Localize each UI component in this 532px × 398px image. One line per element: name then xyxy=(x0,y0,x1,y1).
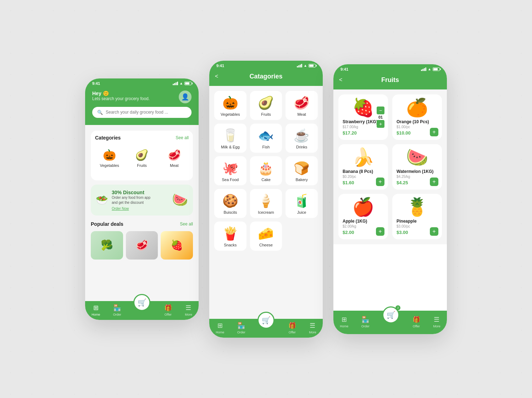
cat-bakery-icon: 🍞 xyxy=(294,162,310,175)
pineapple-image: 🍍 xyxy=(397,198,438,216)
nav-offer-1[interactable]: 🎁 Offer xyxy=(164,304,172,316)
offer-icon-3: 🎁 xyxy=(412,316,420,323)
fruit-card-strawberry: 🍓 Strawberry (1KG) $17.00/kg $17.20 − 01… xyxy=(338,94,388,140)
avatar[interactable]: 👤 xyxy=(179,91,192,103)
phone-categories: 9:41 ▲ < Catagories 🎃 Vegetables xyxy=(209,61,323,338)
cat-biscuits[interactable]: 🍪 Buiscits xyxy=(214,189,246,218)
cat-biscuits-label: Buiscits xyxy=(223,210,237,214)
nav-order-2[interactable]: 🏪 Order xyxy=(237,322,245,334)
qty-minus-btn[interactable]: − xyxy=(377,107,384,114)
apple-name: Apple (1KG) xyxy=(343,219,384,224)
nav-cart-spacer-3: 🛒 2 xyxy=(382,314,399,331)
qty-plus-btn[interactable]: + xyxy=(377,120,384,128)
cat-icecream[interactable]: 🍦 Icecream xyxy=(250,189,282,218)
cat-cheese[interactable]: 🧀 Cheese xyxy=(250,222,282,251)
cat-seafood[interactable]: 🐙 Sea Food xyxy=(214,156,246,185)
cat-meat[interactable]: 🥩 Meat xyxy=(286,91,318,120)
add-orange-button[interactable]: + xyxy=(430,128,438,136)
cat-icecream-icon: 🍦 xyxy=(258,195,274,207)
offer-icon-2: 🎁 xyxy=(288,322,296,329)
nav-order-label: Order xyxy=(113,313,121,316)
battery-icon-3 xyxy=(433,67,440,71)
add-pineapple-button[interactable]: + xyxy=(430,227,438,236)
nav-order-label-3: Order xyxy=(361,325,370,328)
bottom-nav-3: ⊞ Home 🏪 Order 🛒 2 🎁 Offer ☰ More xyxy=(333,311,447,334)
bottom-nav-1: ⊞ Home 🏪 Order 🛒 🎁 Offer ☰ More xyxy=(85,301,199,320)
categories-see-all[interactable]: See all xyxy=(176,135,189,140)
pineapple-name: Pineapple xyxy=(397,219,438,224)
order-now-button[interactable]: Order Now xyxy=(112,207,129,211)
fruit-label: Fruits xyxy=(137,163,147,168)
back-button-2[interactable]: < xyxy=(215,73,218,80)
deal-fruits[interactable]: 🍓 xyxy=(161,231,193,260)
nav-cart-bubble-3[interactable]: 🛒 2 xyxy=(382,306,399,323)
add-banana-button[interactable]: + xyxy=(376,178,384,186)
offer-icon: 🎁 xyxy=(164,304,172,312)
cat-fish[interactable]: 🐟 Fish xyxy=(250,124,282,153)
category-card-fruits[interactable]: 🥑 Fruits xyxy=(127,145,156,170)
status-icons-2: ▲ xyxy=(297,64,316,67)
nav-more-label-2: More xyxy=(309,331,316,334)
categories-grid: 🎃 Vegetables 🥑 Fruits 🥩 Meat 🥛 Milk & Eg… xyxy=(209,86,323,256)
cat-drinks-icon: ☕ xyxy=(294,129,310,142)
deals-title: Popular deals xyxy=(91,221,123,227)
discount-right-icon: 🍉 xyxy=(172,192,188,207)
cat-bakery[interactable]: 🍞 Bakery xyxy=(286,156,318,185)
nav-home-label: Home xyxy=(92,313,100,316)
search-bar[interactable]: 🔍 xyxy=(92,107,192,118)
add-watermelon-button[interactable]: + xyxy=(430,178,438,186)
phone-home: 9:41 ▲ Hey 🙂 Lets search your grocery fo… xyxy=(85,78,199,320)
cat-cake[interactable]: 🎂 Cake xyxy=(250,156,282,185)
cat-juice[interactable]: 🧃 Juice xyxy=(286,189,318,218)
nav-cart-bubble-1[interactable]: 🛒 xyxy=(133,294,150,311)
nav-home-3[interactable]: ⊞ Home xyxy=(340,316,348,328)
category-card-meat[interactable]: 🥩 Meat xyxy=(160,145,189,170)
nav-order-1[interactable]: 🏪 Order xyxy=(113,304,121,316)
deal-meat[interactable]: 🥩 xyxy=(126,231,158,260)
cat-drinks-label: Drinks xyxy=(296,145,307,149)
deal-vegetables[interactable]: 🥦 xyxy=(91,231,123,260)
subtitle-text: Lets search your grocery food. xyxy=(92,96,150,101)
nav-offer-3[interactable]: 🎁 Offer xyxy=(412,316,420,328)
category-card-vegetables[interactable]: 🎃 Vegetables xyxy=(95,145,124,170)
cat-bakery-label: Bakery xyxy=(296,178,308,182)
home-icon-3: ⊞ xyxy=(342,316,347,323)
search-icon: 🔍 xyxy=(97,110,103,115)
search-input[interactable] xyxy=(106,110,187,115)
deals-see-all[interactable]: See all xyxy=(180,222,193,227)
cat-cake-label: Cake xyxy=(261,178,271,182)
nav-more-3[interactable]: ☰ More xyxy=(433,316,440,328)
add-apple-button[interactable]: + xyxy=(376,227,384,236)
cat-drinks[interactable]: ☕ Drinks xyxy=(286,124,318,153)
deals-section-header: Popular deals See all xyxy=(91,221,193,227)
cat-snacks[interactable]: 🍟 Snacks xyxy=(214,222,246,251)
apple-image: 🍎 xyxy=(343,198,384,216)
cart-icon-2: 🛒 xyxy=(262,316,271,325)
cat-vegetables[interactable]: 🎃 Vegetables xyxy=(214,91,246,120)
qty-control-strawberry: − 01 + xyxy=(377,107,384,128)
nav-offer-2[interactable]: 🎁 Offer xyxy=(288,322,296,334)
fruits-page-title: Fruits xyxy=(381,76,399,84)
categories-header: < Catagories xyxy=(209,69,323,86)
cat-fruits[interactable]: 🥑 Fruits xyxy=(250,91,282,120)
signal-icon-2 xyxy=(297,64,302,67)
nav-more-1[interactable]: ☰ More xyxy=(185,304,192,316)
nav-order-label-2: Order xyxy=(237,331,245,334)
cat-milk-egg[interactable]: 🥛 Milk & Egg xyxy=(214,124,246,153)
cat-seafood-label: Sea Food xyxy=(222,178,239,182)
nav-cart-bubble-2[interactable]: 🛒 xyxy=(257,312,275,329)
nav-home-1[interactable]: ⊞ Home xyxy=(92,304,100,316)
fruit-icon: 🥑 xyxy=(135,150,148,160)
cat-fruits-icon: 🥑 xyxy=(258,97,274,109)
nav-more-2[interactable]: ☰ More xyxy=(309,322,316,334)
battery-icon-2 xyxy=(309,64,316,67)
nav-home-2[interactable]: ⊞ Home xyxy=(216,322,224,334)
wifi-icon-3: ▲ xyxy=(428,67,431,71)
order-icon: 🏪 xyxy=(113,304,121,312)
cat-snacks-label: Snacks xyxy=(224,243,237,247)
cat-veg-icon: 🎃 xyxy=(222,97,238,109)
status-icons-1: ▲ xyxy=(173,81,192,85)
nav-order-3[interactable]: 🏪 Order xyxy=(361,316,370,328)
back-button-3[interactable]: < xyxy=(339,77,342,83)
home-header: Hey 🙂 Lets search your grocery food. 👤 🔍 xyxy=(85,87,199,125)
